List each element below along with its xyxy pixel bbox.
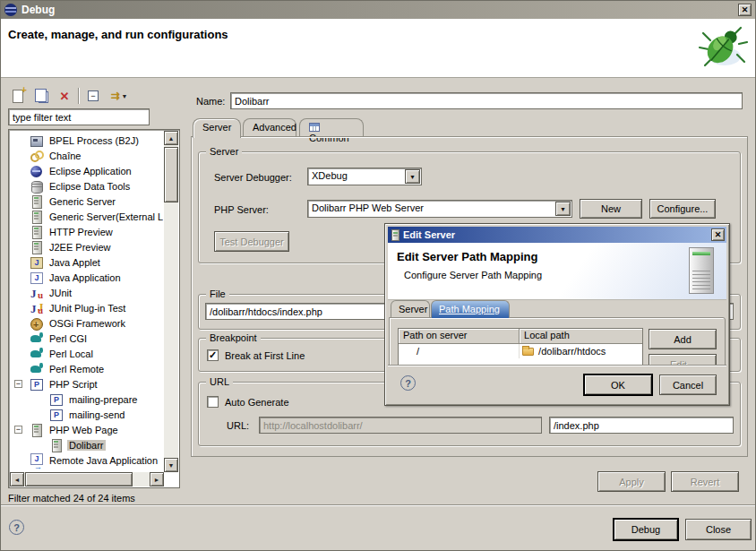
path-mapping-table[interactable]: Path on server Local path //dolibarr/htd…: [398, 328, 643, 367]
collapse-all-icon: −: [88, 90, 99, 101]
dialog-help-icon[interactable]: ?: [400, 375, 416, 391]
tree-item-label: HTTP Preview: [47, 227, 115, 237]
local-path-cell: /dolibarr/htdocs: [520, 344, 642, 358]
ok-button[interactable]: OK: [584, 375, 652, 395]
footer-separator: [1, 504, 755, 506]
tree-item[interactable]: Perl CGI: [10, 331, 163, 346]
tree-item-label: PHP Script: [47, 379, 99, 390]
tree-vertical-scrollbar[interactable]: ▲ ▼: [164, 131, 178, 472]
table-header-row: Path on server Local path: [399, 329, 642, 344]
tree-item[interactable]: Perl Local: [10, 346, 163, 361]
tree-item-label: OSGi Framework: [47, 318, 127, 329]
tree-horizontal-scrollbar[interactable]: ◄ ►: [10, 472, 164, 486]
dialog-subheading: Configure Server Path Mapping: [404, 270, 542, 280]
tree-item[interactable]: −PHP Web Page: [10, 422, 163, 437]
dialog-titlebar: Edit Server ✕: [388, 227, 726, 243]
dialog-tab-server[interactable]: Server: [391, 300, 430, 317]
dialog-close-button[interactable]: ✕: [711, 228, 725, 241]
dialog-header: Edit Server Path Mapping Configure Serve…: [388, 243, 726, 300]
server-icon: [30, 225, 44, 239]
new-config-icon: [13, 90, 23, 103]
duplicate-icon: [39, 91, 48, 103]
apply-button[interactable]: Apply: [597, 471, 666, 492]
tree-item[interactable]: Eclipse Data Tools: [10, 178, 163, 194]
tree-item[interactable]: −PHP Script: [10, 376, 163, 392]
add-mapping-button[interactable]: Add: [649, 329, 717, 349]
php-icon: [49, 392, 64, 407]
filter-button[interactable]: ⇉▼: [105, 87, 133, 105]
tree-item-label: JUnit: [47, 288, 73, 298]
filter-input[interactable]: [8, 108, 150, 125]
collapse-all-button[interactable]: −: [83, 87, 103, 105]
java-icon: [30, 271, 44, 285]
tab-advanced[interactable]: Advanced: [243, 118, 296, 137]
filter-status: Filter matched 24 of 24 items: [8, 493, 135, 504]
expander-minus-icon[interactable]: −: [14, 426, 22, 434]
scroll-down-icon[interactable]: ▼: [164, 458, 178, 472]
eclipse-icon: [30, 164, 44, 178]
tree-item[interactable]: Generic Server(External La: [10, 209, 163, 224]
tree-item-label: Generic Server(External La: [47, 211, 163, 222]
eclipse-logo-icon: [4, 3, 18, 17]
scroll-up-icon[interactable]: ▲: [164, 131, 178, 145]
window-title: Debug: [21, 4, 55, 16]
junit-icon: [30, 286, 44, 300]
tree-item[interactable]: OSGi Framework: [10, 315, 163, 331]
scroll-right-icon[interactable]: ►: [150, 472, 164, 486]
expander-minus-icon[interactable]: −: [14, 380, 22, 388]
tab-server[interactable]: Server: [193, 118, 241, 138]
tree-rows: BPEL Process (B2J)ChaîneEclipse Applicat…: [10, 133, 163, 472]
tree-item[interactable]: Remote Java Application: [10, 452, 163, 468]
cancel-button[interactable]: Cancel: [659, 375, 717, 395]
tree-item[interactable]: Generic Server: [10, 194, 163, 209]
column-local-path[interactable]: Local path: [520, 329, 642, 344]
tree-item[interactable]: Chaîne: [10, 148, 163, 163]
tree-item-label: Perl CGI: [47, 333, 89, 344]
tree-item[interactable]: mailing-send: [10, 407, 163, 422]
tree-item[interactable]: Dolibarr: [10, 437, 163, 452]
close-button[interactable]: Close: [685, 519, 752, 540]
osgi-icon: [30, 316, 44, 331]
tree-item[interactable]: mailing-prepare: [10, 392, 163, 407]
tree-item[interactable]: J2EE Preview: [10, 239, 163, 254]
tab-common[interactable]: Common: [299, 118, 364, 137]
chevron-down-icon: ▼: [122, 93, 128, 99]
tree-item[interactable]: Java Application: [10, 270, 163, 285]
duplicate-configuration-button[interactable]: [31, 87, 51, 105]
debug-button[interactable]: Debug: [614, 519, 678, 540]
tree-item-label: Remote Java Application: [47, 455, 159, 466]
help-icon[interactable]: ?: [9, 520, 24, 535]
server-tower-icon: [689, 247, 714, 294]
page-title: Create, manage, and run configurations: [8, 28, 228, 41]
header-banner: Create, manage, and run configurations: [1, 19, 755, 78]
server-icon: [30, 240, 44, 254]
debug-configurations-window: Debug ✕ Create, manage, and run configur…: [0, 0, 756, 551]
tree-item[interactable]: JUnit: [10, 285, 163, 300]
tree-item-label: Chaîne: [47, 151, 82, 161]
new-configuration-button[interactable]: [8, 87, 28, 105]
column-path-on-server[interactable]: Path on server: [399, 329, 520, 344]
tree-item-label: Generic Server: [47, 196, 117, 207]
tree-item[interactable]: JUnit Plug-in Test: [10, 300, 163, 315]
dialog-tab-path-mapping[interactable]: Path Mapping: [431, 300, 510, 318]
revert-button[interactable]: Revert: [671, 471, 739, 492]
tree-item[interactable]: Eclipse Application: [10, 163, 163, 178]
php-icon: [49, 408, 64, 422]
tree-item[interactable]: Java Applet: [10, 254, 163, 270]
name-input[interactable]: [230, 92, 743, 109]
tree-item[interactable]: BPEL Process (B2J): [10, 133, 163, 148]
tree-item-label: J2EE Preview: [47, 242, 112, 253]
path-on-server-cell: /: [399, 344, 520, 358]
path-mapping-row[interactable]: //dolibarr/htdocs: [399, 344, 642, 358]
tree-item[interactable]: HTTP Preview: [10, 224, 163, 239]
server-icon: [30, 194, 44, 209]
window-close-button[interactable]: ✕: [738, 4, 752, 16]
database-icon: [30, 179, 44, 194]
horizontal-scroll-thumb[interactable]: [25, 472, 133, 486]
scroll-left-icon[interactable]: ◄: [10, 472, 24, 486]
tree-item[interactable]: Perl Remote: [10, 361, 163, 376]
delete-configuration-button[interactable]: ✕: [55, 87, 74, 105]
vertical-scroll-thumb[interactable]: [164, 147, 178, 202]
tree-item-label: Java Application: [47, 272, 123, 283]
junit-plugin-icon: [30, 301, 44, 315]
